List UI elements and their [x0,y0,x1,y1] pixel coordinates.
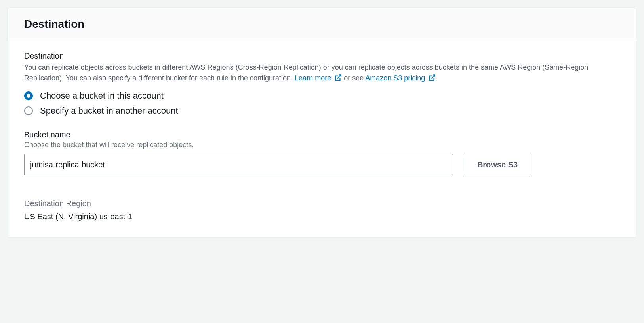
radio-another-account-label: Specify a bucket in another account [40,106,178,116]
destination-description-mid: or see [344,74,365,82]
radio-this-account[interactable]: Choose a bucket in this account [24,91,620,101]
radio-button-icon [24,91,33,100]
panel-body: Destination You can replicate objects ac… [8,40,636,237]
external-link-icon [429,74,436,84]
bucket-name-input[interactable] [24,154,453,175]
browse-s3-button[interactable]: Browse S3 [463,154,532,175]
radio-another-account[interactable]: Specify a bucket in another account [24,106,620,116]
destination-radio-group: Choose a bucket in this account Specify … [24,91,620,116]
destination-section-label: Destination [24,51,620,61]
pricing-link[interactable]: Amazon S3 pricing [365,74,436,82]
bucket-input-row: Browse S3 [24,154,620,175]
external-link-icon [335,74,342,84]
destination-region-value: US East (N. Virginia) us-east-1 [24,212,620,221]
panel-header: Destination [8,8,636,40]
radio-this-account-label: Choose a bucket in this account [40,91,164,101]
panel-title: Destination [24,18,620,30]
bucket-name-label: Bucket name [24,130,620,139]
radio-button-icon [24,106,33,115]
destination-panel: Destination Destination You can replicat… [8,8,636,238]
destination-description: You can replicate objects across buckets… [24,62,620,84]
bucket-name-hint: Choose the bucket that will receive repl… [24,141,620,149]
learn-more-link[interactable]: Learn more [295,74,342,82]
destination-region-label: Destination Region [24,199,620,208]
